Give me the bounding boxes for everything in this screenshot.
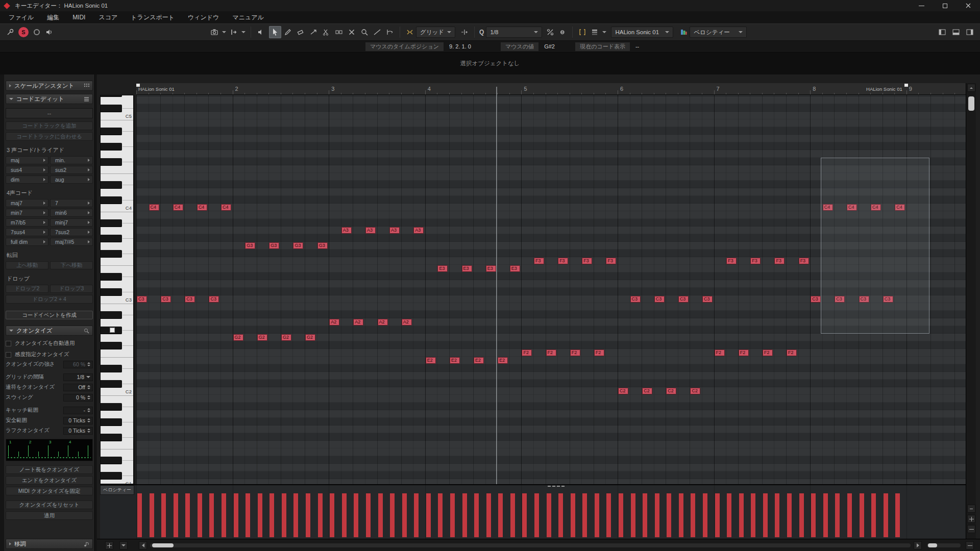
infoline-value-0[interactable]: 9. 2. 1. 0 [445, 42, 496, 51]
snapshot-dropdown-arrow[interactable] [220, 27, 228, 38]
chord-7sus4-button[interactable]: 7sus4 [6, 228, 48, 236]
selection-rectangle[interactable] [821, 158, 929, 334]
velocity-bar[interactable] [679, 493, 683, 537]
midi-note[interactable]: C2 [666, 388, 676, 394]
menu-item[interactable]: トランスポート [124, 11, 181, 23]
midi-note[interactable]: E2 [426, 357, 436, 364]
velocity-bar[interactable] [547, 493, 551, 537]
maximize-button[interactable] [933, 0, 957, 11]
velocity-grid[interactable] [136, 485, 966, 540]
velocity-bar[interactable] [306, 493, 310, 537]
midi-note[interactable]: G2 [233, 334, 243, 341]
velocity-bar[interactable] [209, 493, 214, 537]
field-value-item[interactable]: 0 % [63, 394, 93, 402]
minimize-button[interactable] [910, 0, 933, 11]
solo-editor-button[interactable]: S [18, 27, 29, 37]
infoline-value-2[interactable]: -- [631, 42, 672, 51]
menu-item[interactable]: ファイル [2, 11, 40, 23]
hscroll-track[interactable] [150, 543, 911, 547]
midi-note[interactable]: A2 [329, 319, 339, 325]
velocity-bar[interactable] [835, 493, 840, 537]
velocity-bar[interactable] [739, 493, 744, 537]
color-scheme-button[interactable] [677, 26, 690, 38]
chord-maj7-button[interactable]: maj7 [6, 199, 48, 207]
velocity-bar[interactable] [571, 493, 575, 537]
quantize-apply-button[interactable]: 適用 [6, 511, 93, 520]
velocity-bar[interactable] [282, 493, 286, 537]
midi-note[interactable]: E2 [450, 357, 460, 364]
velocity-bar[interactable] [318, 493, 323, 537]
black-key[interactable] [101, 250, 122, 258]
velocity-bar[interactable] [293, 493, 298, 537]
velocity-bar[interactable] [426, 493, 431, 537]
velocity-bar[interactable] [595, 493, 599, 537]
midi-note[interactable]: F2 [594, 349, 604, 356]
midi-note[interactable]: A3 [341, 227, 352, 234]
midi-note[interactable]: C4 [149, 204, 159, 211]
field-value-item[interactable]: Off [63, 384, 93, 391]
midi-button[interactable]: MIDI クオンタイズを固定 [6, 487, 93, 495]
midi-note[interactable]: F2 [522, 349, 532, 356]
section-transpose[interactable]: 移調 [6, 539, 93, 549]
item-button[interactable]: ノート長をクオンタイズ [6, 465, 93, 474]
color-scheme-dropdown[interactable]: ベロシティー [690, 27, 747, 38]
black-key[interactable] [101, 434, 122, 441]
velocity-bar[interactable] [558, 493, 563, 537]
midi-note[interactable]: G2 [281, 334, 291, 341]
velocity-bar[interactable] [691, 493, 695, 537]
black-key[interactable] [101, 105, 122, 112]
midi-note[interactable]: E3 [486, 265, 496, 272]
velocity-bar[interactable] [234, 493, 238, 537]
midi-note[interactable]: F3 [799, 258, 809, 264]
spinner-control[interactable] [87, 362, 90, 366]
window-layout-button[interactable] [964, 26, 976, 38]
velocity-bar[interactable] [150, 493, 154, 537]
velocity-bar[interactable] [222, 493, 226, 537]
velocity-bar[interactable] [462, 493, 467, 537]
midi-note[interactable]: C2 [642, 388, 652, 394]
velocity-bar[interactable] [860, 493, 864, 537]
midi-note[interactable]: A2 [378, 319, 388, 325]
midi-note[interactable]: A3 [365, 227, 376, 234]
midi-note[interactable]: E3 [462, 265, 472, 272]
menu-item[interactable]: スコア [92, 11, 124, 23]
velocity-bar[interactable] [522, 493, 527, 537]
midi-note[interactable]: F3 [534, 258, 544, 264]
chord-3-button[interactable]: ドロップ3 [50, 285, 93, 293]
midi-note[interactable]: F3 [774, 258, 785, 264]
glue-tool-button[interactable] [333, 26, 345, 38]
chord-maj7-5-button[interactable]: maj7/#5 [50, 238, 93, 246]
velocity-bar[interactable] [631, 493, 635, 537]
midi-note[interactable]: C2 [618, 388, 628, 394]
velocity-bar[interactable] [799, 493, 804, 537]
edit-active-part-button[interactable] [589, 26, 601, 38]
velocity-bar[interactable] [390, 493, 395, 537]
velocity-bar[interactable] [402, 493, 407, 537]
chord-minj7-button[interactable]: minj7 [50, 218, 93, 227]
section-chord-edit[interactable]: コードエディット [6, 94, 93, 104]
velocity-bar[interactable] [606, 493, 611, 537]
quantize-panel-button[interactable] [556, 26, 569, 38]
midi-note[interactable]: F3 [606, 258, 616, 264]
black-key[interactable] [101, 95, 122, 97]
midi-note[interactable]: G3 [293, 242, 303, 249]
velocity-bar[interactable] [823, 493, 828, 537]
menu-item[interactable]: マニュアル [226, 11, 270, 23]
velocity-bar[interactable] [258, 493, 262, 537]
field-value-item[interactable]: 60 % [63, 361, 93, 368]
black-key[interactable] [101, 273, 122, 281]
midi-note[interactable]: A3 [389, 227, 400, 234]
vzoom-in-button[interactable] [967, 515, 975, 523]
chord-dim-button[interactable]: dim [6, 176, 48, 184]
velocity-bar[interactable] [198, 493, 202, 537]
menu-midi[interactable]: MIDI [66, 11, 92, 23]
velocity-bar[interactable] [354, 493, 358, 537]
iterative-quantize-button[interactable] [544, 26, 556, 38]
velocity-bar[interactable] [895, 493, 900, 537]
hzoom-thumb[interactable] [928, 543, 937, 547]
field-value-item[interactable]: 0 Ticks [63, 427, 93, 435]
zoom-tool-button[interactable] [358, 26, 371, 38]
black-key[interactable] [101, 219, 122, 227]
chord-min-button[interactable]: min. [50, 156, 93, 164]
piano-keyboard[interactable]: C5C4C3C2C1 [100, 95, 134, 484]
